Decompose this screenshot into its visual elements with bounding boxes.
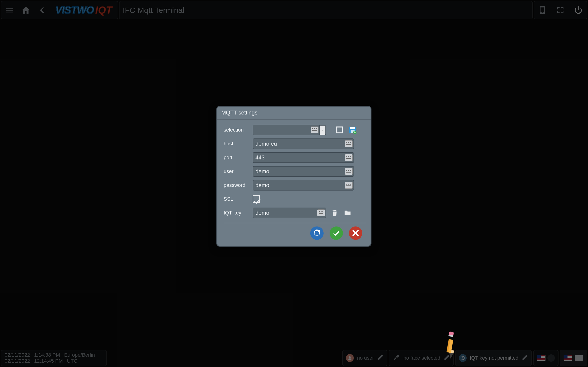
- reload-button[interactable]: [310, 226, 323, 240]
- port-input[interactable]: 443: [253, 152, 354, 163]
- trash-icon: [331, 209, 339, 217]
- ssl-checkbox[interactable]: [253, 195, 260, 203]
- delete-key-button[interactable]: [330, 208, 339, 217]
- keyboard-icon[interactable]: [311, 126, 319, 133]
- reload-icon: [313, 229, 321, 237]
- port-value: 443: [256, 154, 265, 161]
- label-host: host: [224, 141, 249, 147]
- svg-rect-2: [350, 127, 355, 129]
- close-icon: [351, 229, 360, 237]
- ok-button[interactable]: [330, 226, 343, 240]
- new-window-icon: [336, 126, 344, 134]
- new-window-button[interactable]: [335, 125, 344, 134]
- host-input[interactable]: demo.eu: [253, 138, 354, 149]
- iqt-key-input[interactable]: demo: [253, 208, 326, 218]
- user-input[interactable]: demo: [253, 166, 354, 177]
- dialog-title: MQTT settings: [217, 107, 371, 120]
- password-value: demo: [256, 182, 269, 188]
- keyboard-icon[interactable]: [345, 182, 353, 189]
- selection-input[interactable]: [253, 125, 320, 135]
- cancel-button[interactable]: [349, 226, 362, 240]
- dialog-separator: [224, 223, 365, 223]
- chevron-down-icon: [321, 129, 324, 132]
- keyboard-icon[interactable]: [345, 154, 353, 161]
- label-port: port: [224, 155, 249, 161]
- save-profile-button[interactable]: [348, 125, 357, 134]
- user-value: demo: [256, 168, 269, 175]
- folder-icon: [344, 209, 351, 217]
- keyboard-icon[interactable]: [345, 168, 353, 175]
- keyboard-icon[interactable]: [317, 209, 325, 216]
- label-ssl: SSL: [224, 196, 249, 202]
- svg-rect-0: [337, 127, 343, 133]
- label-iqt-key: IQT key: [224, 210, 249, 216]
- floppy-save-icon: [349, 126, 356, 134]
- label-selection: selection: [224, 127, 249, 133]
- iqt-key-value: demo: [256, 210, 269, 216]
- label-user: user: [224, 168, 249, 175]
- selection-dropdown-handle[interactable]: [320, 125, 326, 135]
- host-value: demo.eu: [256, 141, 277, 147]
- browse-key-button[interactable]: [343, 208, 352, 217]
- keyboard-icon[interactable]: [345, 140, 353, 147]
- password-input[interactable]: demo: [253, 180, 354, 191]
- label-password: password: [224, 182, 249, 188]
- mqtt-settings-dialog: MQTT settings selection: [216, 106, 371, 247]
- check-icon: [332, 229, 340, 237]
